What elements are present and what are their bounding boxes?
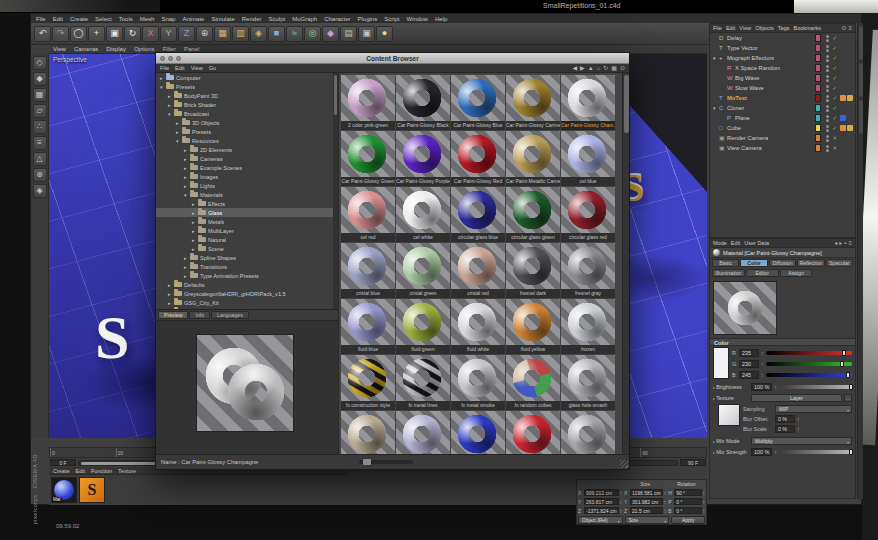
spinner-icon[interactable] [620,499,623,505]
object-name[interactable]: Cloner [727,105,744,111]
tree-item[interactable]: Metals [156,217,338,226]
material-tile[interactable]: fluid green [396,299,450,354]
preview-tab[interactable]: Languages [211,311,249,319]
menu-item[interactable]: View [739,25,751,31]
enable-check-icon[interactable]: ✓ [832,65,837,71]
material-tile[interactable] [451,411,505,454]
menu-item[interactable]: Tools [119,16,133,22]
spinner-icon[interactable] [797,426,800,432]
r-value-field[interactable]: 235 [739,349,759,357]
menu-item[interactable]: Objects [755,25,774,31]
material-preview[interactable] [713,281,777,335]
layer-color-chip[interactable] [815,104,821,112]
tree-item[interactable]: 3D Objects [156,118,338,127]
object-name[interactable]: Render Camera [727,135,768,141]
tree-item[interactable]: GreyscalegorillaHDRI_grHDRIPack_v1.5 [156,289,338,298]
menu-item[interactable]: Tags [778,25,790,31]
tag-icon[interactable] [847,45,853,51]
material-tile[interactable]: glass hole smash [561,355,615,410]
visibility-dots[interactable] [826,145,829,152]
current-frame-field[interactable]: 0 F [50,459,76,466]
add-spline-icon[interactable]: ≈ [286,26,303,42]
menu-item[interactable]: Texture [118,468,136,474]
tag-icon[interactable] [847,85,853,91]
tag-icon[interactable] [840,65,846,71]
visibility-dots[interactable] [826,35,829,42]
spinner-icon[interactable] [703,490,706,496]
menu-item[interactable]: User Data [744,240,769,246]
spinner-icon[interactable] [774,384,777,390]
material-tab[interactable]: Reflection [797,259,824,267]
z-axis-icon[interactable]: Z [178,26,195,42]
scale-icon[interactable]: ▣ [106,26,123,42]
apply-button[interactable]: Apply [671,516,705,524]
undo-icon[interactable]: ↶ [34,26,51,42]
tree-item[interactable]: BodyPaint 3D [156,91,338,100]
mix-mode-dropdown[interactable]: Multiply [751,437,852,445]
spinner-icon[interactable] [664,508,667,514]
object-row[interactable]: P Plane ✓ [710,113,855,123]
spinner-icon[interactable] [703,508,706,514]
redo-icon[interactable]: ↷ [52,26,69,42]
preview-tab[interactable]: Preview [158,311,188,319]
tree-item[interactable]: Cameras [156,154,338,163]
enable-check-icon[interactable]: ✓ [832,85,837,91]
tag-icon[interactable] [840,95,846,101]
snap-icon[interactable]: ◈ [33,184,47,198]
material-tile[interactable]: cristal red [451,243,505,298]
material-tab[interactable]: Illumination [712,269,745,277]
menu-item[interactable]: Edit [175,65,185,71]
visibility-dots[interactable] [826,95,829,102]
menu-item[interactable]: Help [435,16,447,22]
add-camera-icon[interactable]: ▣ [358,26,375,42]
spinner-icon[interactable] [620,508,623,514]
tree-item[interactable]: Transitions [156,262,338,271]
texture-browse-button[interactable] [844,394,852,402]
spinner-icon[interactable] [761,350,764,356]
menu-item[interactable]: Plugins [358,16,378,22]
object-row[interactable]: C Cloner ✓ [710,103,855,113]
tag-icon[interactable] [840,125,846,131]
rot-h-field[interactable]: 90 ° [674,489,701,496]
material-tile[interactable]: circular glass blue [451,187,505,242]
material-tile[interactable]: cel blue [561,131,615,186]
resize-grip-icon[interactable] [620,460,628,468]
menu-item[interactable]: Mode [713,240,727,246]
tree-item[interactable]: Broadcast [156,109,338,118]
rot-b-field[interactable]: 0 ° [674,507,701,514]
spinner-icon[interactable] [620,490,623,496]
menu-item[interactable]: Go [209,65,216,71]
material-tile[interactable]: Car Paint-Glossy Blue [451,75,505,130]
tree-item[interactable]: Presets [156,127,338,136]
object-row[interactable]: ▣ View Camera ✕ [710,143,855,153]
workplane-mode-icon[interactable]: ▱ [33,104,47,118]
visibility-dots[interactable] [826,135,829,142]
viewport-menu-item[interactable]: Options [134,46,155,52]
material-tile[interactable]: fluid yellow [506,299,560,354]
nav-back-icon[interactable]: ◂ [834,240,837,246]
menu-item[interactable]: Sculpt [268,16,285,22]
slider-handle[interactable] [363,459,371,465]
spinner-icon[interactable] [761,361,764,367]
material-tile[interactable]: fresnel gray [561,243,615,298]
object-name[interactable]: X Space Random [735,65,780,71]
add-scene-icon[interactable]: ▤ [340,26,357,42]
layer-color-chip[interactable] [815,94,821,102]
object-name[interactable]: View Camera [727,145,762,151]
pos-x-field[interactable]: 999.212 cm [584,489,619,496]
menu-item[interactable]: File [713,25,722,31]
tree-item[interactable]: Presets [156,82,338,91]
object-row[interactable]: T Type Vector ✓ [710,43,855,53]
material-tile[interactable]: fx construction style [341,355,395,410]
move-icon[interactable]: + [88,26,105,42]
tag-icon[interactable] [840,105,846,111]
panel-side-tabs[interactable] [857,23,863,499]
material-tile[interactable]: fx random cubes [506,355,560,410]
points-mode-icon[interactable]: ∴ [33,120,47,134]
spinner-icon[interactable] [664,490,667,496]
tree-item[interactable]: Brick Shader [156,100,338,109]
material-tile[interactable]: cristal blue [341,243,395,298]
menu-item[interactable]: Script [384,16,399,22]
layer-color-chip[interactable] [815,144,821,152]
visibility-dots[interactable] [826,75,829,82]
